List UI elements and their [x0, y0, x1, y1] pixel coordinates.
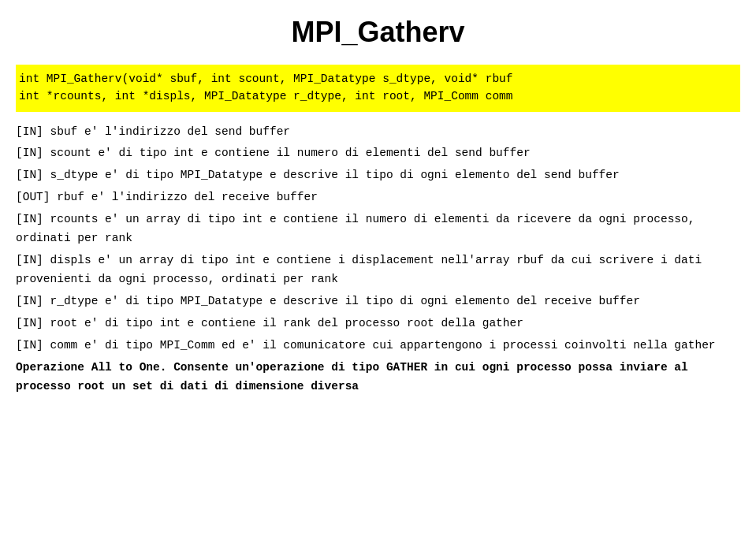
footer-description: Operazione All to One. Consente un'opera… — [16, 359, 740, 396]
param-r_dtype: [IN] r_dtype e' di tipo MPI_Datatype e d… — [16, 292, 740, 311]
param-s_dtype: [IN] s_dtype e' di tipo MPI_Datatype e d… — [16, 166, 740, 185]
parameters-list: [IN] sbuf e' l'indirizzo del send buffer… — [16, 123, 740, 396]
signature-line-2: int *rcounts, int *displs, MPI_Datatype … — [19, 88, 737, 106]
page-title: MPI_Gatherv — [16, 16, 740, 49]
signature-line-1: int MPI_Gatherv(void* sbuf, int scount, … — [19, 71, 737, 88]
param-scount: [IN] scount e' di tipo int e contiene il… — [16, 144, 740, 163]
param-comm: [IN] comm e' di tipo MPI_Comm ed e' il c… — [16, 337, 740, 355]
param-sbuf: [IN] sbuf e' l'indirizzo del send buffer — [16, 123, 740, 142]
param-rcounts: [IN] rcounts e' un array di tipo int e c… — [16, 210, 740, 248]
function-signature: int MPI_Gatherv(void* sbuf, int scount, … — [16, 65, 740, 112]
param-displs: [IN] displs e' un array di tipo int e co… — [16, 251, 740, 289]
param-rbuf: [OUT] rbuf e' l'indirizzo del receive bu… — [16, 188, 740, 207]
param-root: [IN] root e' di tipo int e contiene il r… — [16, 314, 740, 333]
